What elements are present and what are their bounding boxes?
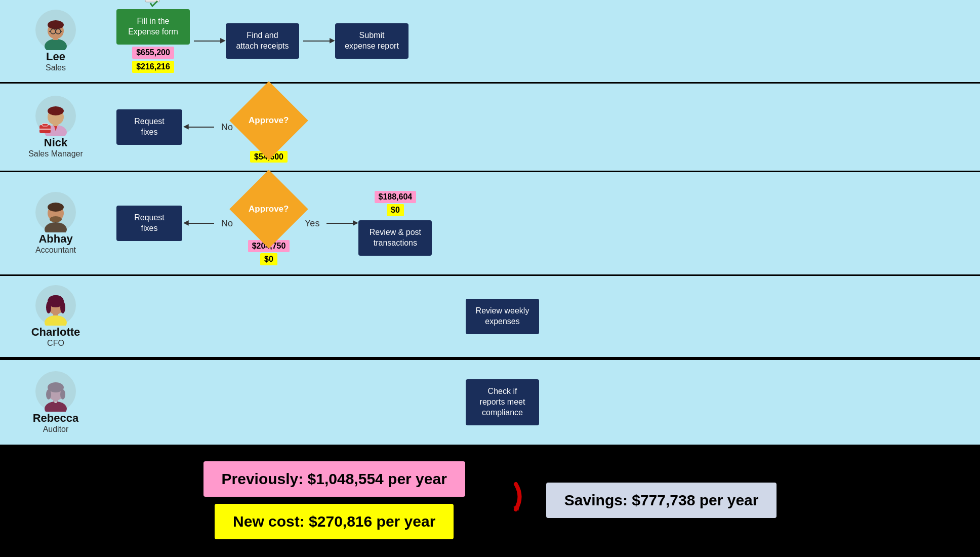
curved-arrow-icon — [485, 476, 526, 524]
flow-row-nick: Request fixes ◀ No Approve? $54,600 — [116, 93, 302, 162]
abhay-cost-yellow: $0 — [260, 253, 277, 265]
charlotte-title: CFO — [47, 339, 64, 348]
nick-diamond-container: Approve? $54,600 — [241, 93, 297, 162]
flow-area-nick: Request fixes ◀ No Approve? $54,600 — [106, 93, 975, 162]
svg-point-37 — [60, 301, 65, 313]
swimlane-abhay: Abhay Accountant Request fixes ◀ No Appr… — [0, 172, 980, 276]
review-weekly-box[interactable]: Review weekly expenses — [466, 299, 539, 334]
curved-arrow-svg — [485, 476, 526, 517]
svg-point-20 — [48, 106, 64, 115]
nick-title: Sales Manager — [28, 149, 83, 158]
rebecca-flow-positioned: Check if reports meet compliance — [466, 379, 539, 425]
lee-cost-pink: $655,200 — [132, 47, 174, 59]
arrow-nick-left: ◀ — [186, 127, 214, 128]
arrow-1: ▶ — [194, 41, 222, 42]
lee-name: Lee — [46, 50, 65, 63]
swimlane-lee: Lee Sales F — [0, 0, 980, 84]
abhay-yes-label: Yes — [305, 218, 319, 229]
flow-area-rebecca: Check if reports meet compliance — [106, 379, 975, 425]
svg-point-35 — [49, 295, 63, 303]
flow-area-charlotte: Review weekly expenses — [106, 299, 975, 334]
nick-no-label: No — [221, 122, 233, 133]
svg-rect-22 — [42, 124, 48, 126]
review-post-container: $188,604 $0 Review & post transactions — [358, 191, 432, 256]
svg-point-45 — [60, 389, 65, 400]
nick-request-fixes-box[interactable]: Request fixes — [116, 109, 182, 145]
stat-new-cost: New cost: $270,816 per year — [215, 504, 454, 539]
avatar-lee — [35, 10, 76, 50]
swimlane-nick: Nick Sales Manager Request fixes ◀ No Ap… — [0, 84, 980, 172]
svg-point-44 — [46, 389, 51, 400]
review-post-box[interactable]: Review & post transactions — [358, 220, 432, 256]
avatar-rebecca — [35, 371, 76, 412]
arrow-abhay-right: ▶ — [326, 223, 354, 224]
stat-previous: Previously: $1,048,554 per year — [203, 461, 465, 497]
abhay-title: Accountant — [35, 246, 76, 255]
avatar-area-nick: Nick Sales Manager — [5, 96, 106, 158]
fill-expense-box[interactable]: Fill in the Expense form — [116, 9, 190, 45]
abhay-diamond-container: Approve? $204,750 $0 — [241, 181, 297, 265]
avatar-charlotte — [35, 285, 76, 326]
avatar-area-charlotte: Charlotte CFO — [5, 285, 106, 348]
abhay-approve-diamond[interactable]: Approve? — [229, 170, 308, 249]
check-compliance-box[interactable]: Check if reports meet compliance — [466, 379, 539, 425]
lee-title: Sales — [46, 63, 66, 72]
flow-area-abhay: Request fixes ◀ No Approve? $204,750 $0 … — [106, 181, 975, 265]
avatar-abhay — [35, 192, 76, 232]
nick-name: Nick — [44, 136, 67, 149]
charlotte-name: Charlotte — [31, 326, 80, 339]
flow-row-lee: Fill in the Expense form $655,200 $216,2… — [116, 9, 409, 73]
stats-left: Previously: $1,048,554 per year New cost… — [203, 461, 465, 539]
abhay-name: Abhay — [38, 232, 72, 246]
flow-row-abhay: Request fixes ◀ No Approve? $204,750 $0 … — [116, 181, 432, 265]
find-receipts-box[interactable]: Find and attach receipts — [226, 23, 299, 59]
arrow-2: ▶ — [303, 41, 331, 42]
lee-cost-yellow: $216,216 — [132, 61, 174, 73]
abhay-no-label: No — [221, 218, 233, 229]
arrow-abhay-left: ◀ — [186, 223, 214, 224]
nick-approve-diamond[interactable]: Approve? — [229, 81, 308, 160]
abhay-right-cost-yellow: $0 — [387, 204, 404, 216]
flow-area-lee: Fill in the Expense form $655,200 $216,2… — [106, 9, 975, 73]
document-icon — [143, 0, 164, 8]
avatar-area-lee: Lee Sales — [5, 10, 106, 72]
abhay-right-cost-pink: $188,604 — [375, 191, 417, 203]
submit-report-box[interactable]: Submit expense report — [335, 23, 409, 59]
svg-point-36 — [46, 301, 51, 313]
swimlane-rebecca: Rebecca Auditor Check if reports meet co… — [0, 360, 980, 446]
rebecca-name: Rebecca — [33, 412, 79, 425]
avatar-area-abhay: Abhay Accountant — [5, 192, 106, 255]
svg-point-29 — [48, 203, 64, 212]
svg-point-28 — [50, 216, 62, 222]
fill-expense-stack: Fill in the Expense form $655,200 $216,2… — [116, 9, 190, 73]
charlotte-flow-positioned: Review weekly expenses — [466, 299, 539, 334]
stat-savings: Savings: $777,738 per year — [546, 483, 777, 518]
swimlane-charlotte: Charlotte CFO Review weekly expenses — [0, 276, 980, 359]
abhay-cost-stack-right: $188,604 $0 — [375, 191, 417, 216]
stats-bar: Previously: $1,048,554 per year New cost… — [0, 446, 980, 554]
svg-point-4 — [48, 20, 64, 29]
abhay-request-fixes-box[interactable]: Request fixes — [116, 206, 182, 241]
rebecca-title: Auditor — [43, 425, 69, 434]
avatar-nick — [35, 96, 76, 136]
avatar-area-rebecca: Rebecca Auditor — [5, 371, 106, 434]
